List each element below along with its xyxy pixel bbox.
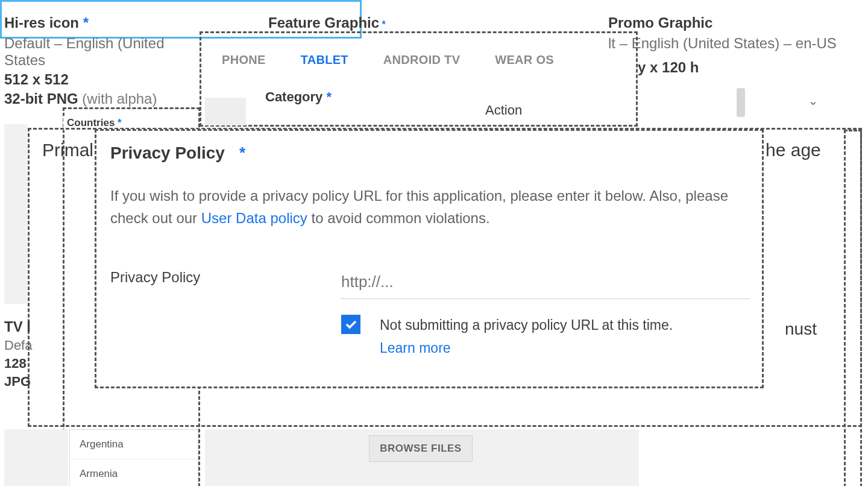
required-star: * [326,89,332,104]
promo-locale: lt – English (United States) – en-US [608,35,861,52]
required-star: * [118,117,122,128]
tab-android-tv[interactable]: ANDROID TV [383,53,460,67]
check-icon [344,317,358,332]
country-item-argentina[interactable]: Argentina [70,430,198,459]
category-scroll-thumb[interactable] [737,88,745,117]
required-star: * [83,14,89,31]
required-star: * [382,19,386,30]
promo-dim: y x 120 h [638,59,699,76]
gray-square [205,98,246,125]
partial-jpg: JPG [4,374,31,390]
feature-graphic-title: Feature Graphic * [268,14,386,31]
not-submitting-checkbox[interactable] [341,315,360,334]
privacy-policy-title: Privacy Policy [110,144,225,163]
partial-128: 128 [4,356,27,371]
privacy-policy-url-input[interactable] [341,273,750,299]
hires-format: 32-bit PNG (with alpha) [4,90,209,107]
partial-nust: nust [785,320,817,339]
partial-text-theage: he age [766,140,821,160]
hires-dim: 512 x 512 [4,71,209,88]
country-list: Argentina Armenia [69,429,198,486]
privacy-policy-description: If you wish to provide a privacy policy … [110,185,749,229]
learn-more-link[interactable]: Learn more [380,340,451,356]
hires-locale: Default – English (United States [4,35,209,69]
privacy-policy-label: Privacy Policy [110,269,200,286]
category-value: Action [485,103,522,118]
tab-wear-os[interactable]: WEAR OS [495,53,554,67]
partial-def: Defa [4,338,32,353]
tab-phone[interactable]: PHONE [222,53,266,67]
promo-graphic-title: Promo Graphic [608,14,861,31]
gray-strip-left [4,429,68,486]
hires-icon-title: Hi-res icon * [4,14,209,31]
gray-block [4,124,27,304]
partial-tv: TV l [4,318,31,335]
partial-text-primal: Primal [42,140,93,160]
device-tabs-frame [200,31,638,127]
right-frame [844,130,862,486]
user-data-policy-link[interactable]: User Data policy [201,210,307,226]
device-tabs: PHONE TABLET ANDROID TV WEAR OS [222,53,554,67]
not-submitting-label: Not submitting a privacy policy URL at t… [380,317,673,333]
tab-tablet[interactable]: TABLET [301,53,348,67]
country-item-armenia[interactable]: Armenia [70,459,198,486]
required-star: * [239,144,245,162]
chevron-down-icon[interactable] [808,98,819,111]
browse-files-button[interactable]: BROWSE FILES [369,435,473,462]
category-label: Category * [265,89,332,105]
